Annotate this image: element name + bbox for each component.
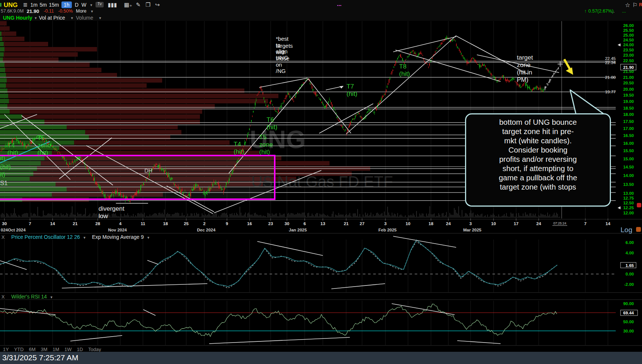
rsi-header: X Wilder's RSI 14 ▼	[1, 294, 54, 300]
vap-bar	[0, 63, 4, 67]
vap-bar	[44, 120, 200, 124]
callout-line: game a pullback off the	[466, 173, 610, 182]
svg-text:23: 23	[268, 221, 273, 226]
callout-note[interactable]: bottom of UNG bouncetarget zone hit in p…	[465, 113, 611, 207]
target-label: T7 (hit)	[347, 83, 357, 98]
svg-text:12.50: 12.50	[623, 201, 634, 205]
vap-bar	[0, 83, 6, 88]
svg-text:24.00: 24.00	[623, 43, 634, 47]
svg-text:13.50: 13.50	[623, 182, 634, 187]
svg-text:50.00: 50.00	[623, 320, 634, 324]
price-marker-icon	[618, 206, 621, 209]
magenta-range-box[interactable]	[0, 155, 275, 200]
svg-text:12.75: 12.75	[623, 196, 634, 200]
svg-text:30: 30	[285, 221, 290, 226]
svg-text:4: 4	[119, 221, 122, 226]
svg-text:69.44: 69.44	[623, 311, 634, 315]
svg-text:Mar 2025: Mar 2025	[463, 228, 482, 232]
svg-text:23.50: 23.50	[623, 48, 634, 52]
trendline	[259, 78, 307, 87]
vap-bar	[6, 83, 147, 88]
scroll-to-latest-icon[interactable]	[637, 203, 641, 207]
svg-text:25: 25	[184, 221, 189, 226]
svg-text:14: 14	[50, 221, 55, 226]
target-label: T4 (hit)	[7, 142, 18, 157]
vap-bar	[6, 73, 117, 77]
svg-text:4.00: 4.00	[626, 251, 634, 255]
svg-text:UNG: UNG	[250, 125, 305, 153]
svg-text:14.50: 14.50	[623, 165, 634, 169]
callout-line: target zone (with stops	[466, 182, 610, 191]
vap-bar	[0, 31, 1, 36]
vap-bar	[9, 99, 268, 103]
svg-text:27: 27	[360, 221, 365, 226]
svg-text:Feb 2025: Feb 2025	[378, 228, 397, 232]
svg-text:07:25:24: 07:25:24	[553, 221, 566, 225]
vap-bar	[0, 109, 10, 114]
svg-text:24.50: 24.50	[623, 38, 634, 42]
vap-bar	[85, 130, 181, 134]
target-label: T5 zone (hit)	[259, 134, 273, 156]
vap-bar	[0, 73, 6, 77]
log-scale-button[interactable]: Log	[621, 226, 632, 234]
t7-arrow-icon	[340, 86, 344, 89]
svg-text:24: 24	[446, 221, 451, 226]
svg-text:-2.00: -2.00	[624, 282, 634, 287]
vap-bar	[67, 125, 178, 129]
svg-text:2: 2	[203, 221, 205, 226]
vap-bar	[0, 104, 7, 108]
svg-text:23.00: 23.00	[623, 53, 634, 57]
svg-text:22.34: 22.34	[605, 60, 616, 65]
vap-bar	[10, 109, 202, 114]
callout-pointer	[570, 90, 605, 115]
svg-text:90.00: 90.00	[623, 301, 634, 306]
svg-text:18.50: 18.50	[623, 106, 634, 110]
rsi-title[interactable]: Wilder's RSI 14	[11, 294, 47, 300]
svg-text:024Oct 2024: 024Oct 2024	[1, 228, 26, 232]
vap-bar	[0, 21, 7, 26]
annotation-text: target zone (hit in PM)	[517, 54, 533, 84]
svg-text:13.00: 13.00	[623, 191, 634, 196]
vap-bar	[0, 52, 4, 57]
rsi-close-button[interactable]: X	[1, 294, 5, 300]
vap-bar	[7, 104, 215, 108]
vap-bar	[0, 26, 10, 31]
callout-line: profits and/or reversing	[466, 154, 610, 164]
ppo-close-button[interactable]: X	[1, 234, 5, 240]
svg-text:10: 10	[406, 221, 411, 226]
ppo-ema-dropdown-icon[interactable]: ▼	[147, 236, 150, 240]
vap-bar	[1, 31, 16, 36]
ppo-title[interactable]: Price Percent Oscillator 12 26	[11, 234, 80, 240]
target-label: T8 (hit)	[399, 63, 410, 78]
svg-text:25.50: 25.50	[623, 28, 634, 33]
svg-text:16: 16	[247, 221, 252, 226]
svg-text:3: 3	[384, 221, 387, 226]
vap-bar	[4, 42, 48, 46]
svg-text:12.25: 12.25	[623, 206, 634, 210]
svg-text:21.00: 21.00	[605, 75, 616, 80]
vap-bar	[0, 78, 7, 83]
scale-lock-icon[interactable]	[636, 227, 641, 232]
rsi-dropdown-icon[interactable]: ▼	[50, 295, 53, 299]
ppo-ema-line	[0, 241, 557, 288]
svg-text:15.50: 15.50	[623, 148, 634, 153]
svg-text:13: 13	[321, 221, 325, 226]
svg-text:21.00: 21.00	[623, 75, 634, 80]
vap-bar	[0, 47, 4, 51]
svg-text:26.00: 26.00	[623, 23, 634, 28]
svg-text:21: 21	[344, 221, 349, 226]
svg-text:18: 18	[163, 221, 168, 226]
callout-line: short, if attempting to	[466, 164, 610, 173]
vap-bar	[22, 114, 200, 119]
svg-text:6: 6	[304, 221, 306, 226]
price-marker-icon	[618, 43, 621, 46]
ppo-dropdown-icon[interactable]: ▼	[83, 236, 86, 240]
svg-text:17.50: 17.50	[623, 119, 634, 124]
rsi-line	[0, 304, 557, 337]
svg-text:18.00: 18.00	[623, 112, 634, 117]
svg-text:7: 7	[584, 221, 586, 226]
ppo-ema-title[interactable]: Exp Moving Average 9	[92, 234, 144, 240]
target-label: (hit)	[0, 163, 11, 171]
svg-text:14.00: 14.00	[623, 173, 634, 178]
vap-bar	[89, 135, 170, 140]
